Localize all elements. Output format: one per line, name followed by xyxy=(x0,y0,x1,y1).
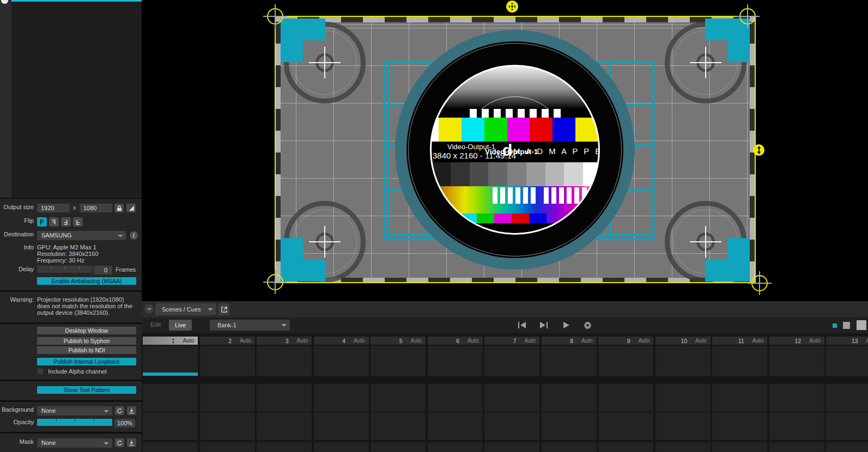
cue-cell[interactable] xyxy=(769,346,824,376)
output-preview-canvas[interactable]: Video-Output-1 3840 x 2160 - 11:49:14 Vi… xyxy=(142,0,868,301)
cue-cell[interactable] xyxy=(542,346,597,376)
cue-cell[interactable] xyxy=(428,384,483,412)
cue-column-header-2[interactable]: 2Auto xyxy=(200,337,255,345)
cue-cell[interactable] xyxy=(200,413,255,440)
cue-cell[interactable] xyxy=(826,384,868,412)
cue-column-header-11[interactable]: 11Auto xyxy=(712,337,767,345)
desktop-window-button[interactable]: Desktop Window xyxy=(37,327,136,334)
cue-cell[interactable] xyxy=(598,346,653,376)
cue-cell[interactable] xyxy=(314,413,369,440)
cue-cell[interactable] xyxy=(598,413,653,440)
background-dropdown[interactable]: None xyxy=(37,406,112,416)
cue-cell[interactable] xyxy=(200,346,255,376)
cue-column-header-12[interactable]: 12Auto xyxy=(769,337,824,345)
cue-column-header-5[interactable]: 5Auto xyxy=(371,337,426,345)
collapse-panel-button[interactable] xyxy=(144,304,154,314)
cue-column-header-4[interactable]: 4Auto xyxy=(314,337,369,345)
delay-value-field[interactable]: 0 xyxy=(94,266,112,274)
cue-cell[interactable] xyxy=(712,384,767,412)
cue-cell[interactable] xyxy=(655,384,711,412)
resize-corner-button[interactable] xyxy=(126,204,136,212)
cell-size-large-button[interactable] xyxy=(857,320,866,330)
enable-antialiasing-button[interactable]: Enable Antialiasing (MSAA) xyxy=(37,277,136,285)
cue-cell[interactable] xyxy=(314,442,369,452)
flip-rotate-button[interactable]: F xyxy=(61,217,71,227)
cue-cell[interactable] xyxy=(826,413,868,440)
cue-cell[interactable] xyxy=(826,346,868,376)
mask-dropdown[interactable]: None xyxy=(37,438,112,448)
cue-cell[interactable] xyxy=(200,442,255,452)
edge-handle-right[interactable] xyxy=(753,144,764,156)
cue-cell[interactable] xyxy=(655,442,711,452)
cue-cell[interactable] xyxy=(143,384,198,412)
cue-column-header-10[interactable]: 10Auto xyxy=(655,337,711,345)
live-mode-button[interactable]: Live xyxy=(169,320,192,331)
cue-cell[interactable] xyxy=(484,442,539,452)
cue-cell[interactable] xyxy=(371,413,426,440)
panel-mode-dropdown[interactable]: Scenes / Cues xyxy=(155,303,216,315)
cue-cell[interactable] xyxy=(200,384,255,412)
cue-cell[interactable] xyxy=(314,346,369,376)
skip-to-start-button[interactable] xyxy=(517,320,527,330)
cue-cell[interactable] xyxy=(143,442,198,452)
cue-cell[interactable] xyxy=(712,442,767,452)
output-list-area[interactable] xyxy=(11,0,142,198)
cue-column-header-13[interactable]: 13Auto xyxy=(826,337,868,345)
cue-cell[interactable] xyxy=(484,384,539,412)
cue-cell[interactable] xyxy=(257,413,312,440)
play-button[interactable] xyxy=(561,320,572,330)
cue-cell[interactable] xyxy=(428,442,483,452)
cue-cell[interactable] xyxy=(314,384,369,412)
cue-cell[interactable] xyxy=(598,442,653,452)
cue-cell[interactable] xyxy=(428,413,483,440)
cue-cell[interactable] xyxy=(484,413,539,440)
cue-column-header-8[interactable]: 8Auto xyxy=(542,337,597,345)
cue-cell[interactable] xyxy=(769,413,824,440)
cue-cell[interactable] xyxy=(484,346,539,376)
cue-cell[interactable] xyxy=(655,413,711,440)
cue-cell[interactable] xyxy=(655,346,711,376)
cue-cell[interactable] xyxy=(257,346,312,376)
cue-cell[interactable] xyxy=(712,346,767,376)
background-reload-button[interactable] xyxy=(115,406,124,415)
mask-import-button[interactable] xyxy=(127,438,136,447)
delay-slider[interactable] xyxy=(37,266,93,273)
mask-reload-button[interactable] xyxy=(115,438,124,447)
bank-dropdown[interactable]: Bank-1 xyxy=(210,320,290,331)
cue-cell[interactable] xyxy=(542,384,597,412)
detach-panel-button[interactable] xyxy=(218,303,229,315)
publish-internal-loopback-button[interactable]: Publish Internal Loopback xyxy=(37,358,136,365)
background-import-button[interactable] xyxy=(127,406,136,415)
info-button[interactable]: i xyxy=(130,231,138,240)
cue-column-header-6[interactable]: 6Auto xyxy=(428,337,483,345)
show-test-pattern-button[interactable]: Show Test Pattern xyxy=(37,386,136,394)
cue-cell[interactable] xyxy=(371,384,426,412)
tool-icon[interactable] xyxy=(1,0,8,4)
output-height-field[interactable]: 1080 xyxy=(80,204,112,212)
cue-cell[interactable] xyxy=(769,384,824,412)
output-width-field[interactable]: 1920 xyxy=(37,204,70,212)
lock-aspect-button[interactable] xyxy=(114,204,124,212)
opacity-value-field[interactable]: 100% xyxy=(114,419,135,427)
edit-mode-label[interactable]: Edit xyxy=(150,321,161,328)
cue-column-header-1[interactable]: 1Auto xyxy=(143,337,198,345)
cell-size-medium-button[interactable] xyxy=(843,322,850,329)
include-alpha-checkbox[interactable] xyxy=(37,368,44,375)
cue-column-header-9[interactable]: 9Auto xyxy=(598,337,653,345)
cue-cell[interactable] xyxy=(143,413,198,440)
cue-column-header-7[interactable]: 7Auto xyxy=(484,337,539,345)
cue-cell[interactable] xyxy=(598,384,653,412)
flip-horizontal-button[interactable]: F xyxy=(49,217,59,227)
cue-cell[interactable] xyxy=(712,413,767,440)
flip-vertical-button[interactable]: F xyxy=(73,217,83,227)
cell-size-small-button[interactable] xyxy=(833,323,837,328)
cue-column-header-3[interactable]: 3Auto xyxy=(257,337,312,345)
cue-cell[interactable] xyxy=(371,346,426,376)
flip-none-button[interactable]: F xyxy=(37,217,47,227)
publish-syphon-button[interactable]: Publish to Syphon xyxy=(37,337,136,345)
cue-cell[interactable] xyxy=(257,384,312,412)
move-handle[interactable] xyxy=(506,1,518,13)
cue-cell[interactable] xyxy=(371,442,426,452)
cue-cell[interactable] xyxy=(143,346,198,376)
skip-to-end-button[interactable] xyxy=(538,320,549,330)
